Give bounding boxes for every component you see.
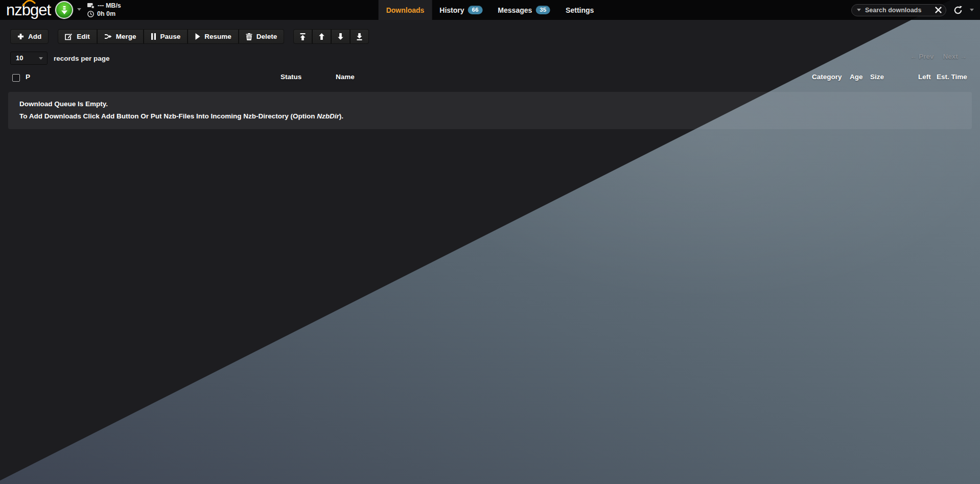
col-left: Left: [918, 73, 931, 81]
empty-hint-suffix: ).: [339, 112, 343, 120]
search-box: [851, 4, 946, 16]
merge-button-label: Merge: [116, 33, 136, 40]
app-logo: nzbget: [6, 1, 51, 19]
list-controls-row: 10 records per page ← Prev Next →: [10, 52, 980, 65]
top-right-controls: [851, 0, 974, 20]
messages-count-badge: 35: [535, 6, 550, 14]
empty-queue-panel: Download Queue Is Empty. To Add Download…: [8, 92, 972, 129]
status-box: --- MB/s 0h 0m: [87, 2, 121, 18]
delete-button[interactable]: Delete: [239, 29, 285, 44]
pause-button-label: Pause: [160, 33, 181, 40]
uptime-status: 0h 0m: [87, 10, 121, 18]
empty-hint-option: NzbDir: [317, 112, 339, 120]
logo-arc-icon: [22, 0, 36, 6]
tab-downloads[interactable]: Downloads: [379, 0, 432, 20]
move-down-button[interactable]: [331, 29, 350, 44]
queue-play-pause-button[interactable]: [55, 1, 73, 19]
queue-table-header: P Status Name Category Age Size Left Est…: [0, 73, 980, 85]
col-category: Category: [812, 73, 842, 81]
refresh-button[interactable]: [953, 6, 963, 15]
search-input[interactable]: [865, 7, 931, 14]
next-page-link[interactable]: Next →: [943, 53, 967, 60]
search-clear-button[interactable]: [935, 7, 942, 13]
resume-button-label: Resume: [204, 33, 231, 40]
clock-icon: [87, 11, 94, 17]
pencil-square-icon: [65, 33, 73, 40]
refresh-menu-caret-icon[interactable]: [970, 9, 974, 11]
edit-button[interactable]: Edit: [58, 29, 97, 44]
plus-icon: [17, 33, 24, 40]
move-to-bottom-button[interactable]: [350, 29, 369, 44]
queue-toolbar: Add Edit Merge: [10, 29, 980, 44]
main-nav: Downloads History 66 Messages 35 Setting…: [379, 0, 602, 20]
tab-settings-label: Settings: [566, 6, 594, 14]
empty-hint-prefix: To Add Downloads Click Add Button Or Put…: [19, 112, 317, 120]
tab-downloads-label: Downloads: [386, 6, 425, 14]
arrow-up-bar-icon: [299, 33, 306, 40]
arrow-up-icon: [318, 33, 325, 40]
edit-button-label: Edit: [77, 33, 90, 40]
pause-icon: [151, 33, 156, 40]
trash-icon: [246, 33, 252, 40]
speed-status: --- MB/s: [87, 2, 121, 10]
tab-messages[interactable]: Messages 35: [490, 0, 558, 20]
col-est-time: Est. Time: [937, 73, 967, 81]
add-button[interactable]: Add: [10, 29, 49, 44]
pause-button[interactable]: Pause: [144, 29, 188, 44]
col-name: Name: [336, 73, 355, 81]
play-icon: [195, 33, 200, 40]
merge-button[interactable]: Merge: [97, 29, 144, 44]
col-priority: P: [26, 73, 30, 81]
empty-queue-title: Download Queue Is Empty.: [19, 100, 961, 108]
col-size: Size: [870, 73, 884, 81]
add-button-label: Add: [28, 33, 41, 40]
pagination: ← Prev Next →: [910, 53, 967, 60]
tab-messages-label: Messages: [498, 6, 532, 14]
arrow-down-icon: [337, 33, 344, 40]
records-per-page-select[interactable]: 10: [10, 52, 48, 65]
queue-menu-caret-icon[interactable]: [77, 8, 81, 11]
drive-icon: [87, 3, 95, 9]
top-bar: nzbget: [0, 0, 980, 20]
records-per-page-value: 10: [16, 54, 23, 62]
col-status: Status: [281, 73, 301, 81]
move-up-button[interactable]: [312, 29, 331, 44]
edit-actions-group: Edit Merge Pause: [58, 29, 284, 44]
empty-queue-hint: To Add Downloads Click Add Button Or Put…: [19, 112, 961, 120]
select-caret-icon: [39, 57, 43, 60]
uptime-value: 0h 0m: [97, 10, 115, 17]
tab-history[interactable]: History 66: [432, 0, 490, 20]
col-age: Age: [850, 73, 863, 81]
move-to-top-button[interactable]: [293, 29, 312, 44]
merge-arrows-icon: [104, 33, 112, 40]
tab-history-label: History: [439, 6, 464, 14]
move-actions-group: [293, 29, 369, 44]
nzbget-app: nzbget: [0, 0, 980, 484]
search-filter-caret-icon[interactable]: [857, 9, 861, 11]
speed-value: --- MB/s: [98, 2, 121, 9]
download-arrow-icon: [61, 6, 68, 15]
records-per-page-label: records per page: [54, 55, 110, 62]
history-count-badge: 66: [468, 6, 483, 14]
delete-button-label: Delete: [256, 33, 277, 40]
arrow-down-bar-icon: [356, 33, 363, 40]
select-all-checkbox[interactable]: [12, 74, 20, 82]
resume-button[interactable]: Resume: [188, 29, 239, 44]
tab-settings[interactable]: Settings: [558, 0, 601, 20]
prev-page-link[interactable]: ← Prev: [910, 53, 934, 60]
